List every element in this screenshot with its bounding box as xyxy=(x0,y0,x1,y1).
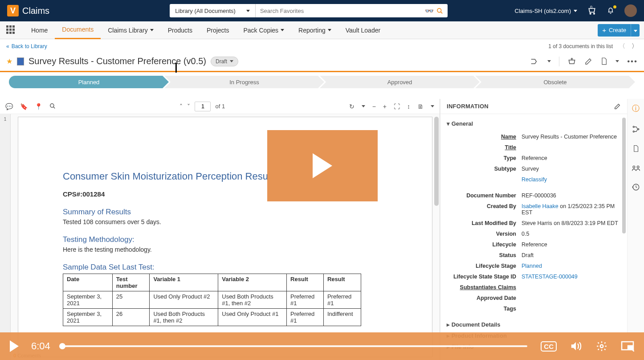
page-mode-icon[interactable]: 🗎 xyxy=(417,103,424,110)
k: Document Number xyxy=(447,192,522,199)
stage-planned[interactable]: Planned xyxy=(9,76,169,88)
stage-label: Obsolete xyxy=(543,79,567,86)
cart-icon[interactable]: 0 xyxy=(587,6,597,15)
data-table: Date Test number Variable 1 Variable 2 R… xyxy=(63,274,361,326)
thumbnail-rail[interactable]: 1 xyxy=(0,114,11,360)
td: Used Only Product #1 xyxy=(218,309,287,326)
page-up-icon[interactable]: ˄ xyxy=(179,103,183,110)
history-icon[interactable] xyxy=(632,183,640,191)
doc-type-icon xyxy=(17,57,24,65)
zoom-out-icon[interactable]: − xyxy=(372,103,376,110)
back-to-library-link[interactable]: « Back to Library xyxy=(6,43,47,49)
status-pill[interactable]: Draft xyxy=(211,57,238,66)
library-selector[interactable]: Library (All Documents) xyxy=(170,4,256,17)
chevron-down-icon xyxy=(574,10,577,12)
nav-reporting[interactable]: Reporting xyxy=(291,21,338,39)
search-container: Library (All Documents) 👓 xyxy=(170,4,448,17)
next-doc-icon[interactable]: 〉 xyxy=(632,42,638,50)
td: September 3, 2021 xyxy=(63,291,113,309)
favorite-star-icon[interactable]: ★ xyxy=(6,57,12,65)
vt-left: 💬 🔖 📍 xyxy=(5,103,56,110)
user-menu[interactable]: Claims-SH (ols2.com) xyxy=(515,8,577,14)
search-input[interactable] xyxy=(256,4,425,17)
edit-info-icon[interactable] xyxy=(614,103,621,110)
nav-pack-copies[interactable]: Pack Copies xyxy=(236,21,291,39)
info-scrollbar[interactable] xyxy=(622,118,626,233)
topbar-right: Claims-SH (ols2.com) 0 xyxy=(515,4,637,17)
chevron-down-icon xyxy=(281,29,284,31)
edit-icon[interactable] xyxy=(584,57,592,65)
bell-icon[interactable] xyxy=(607,6,615,15)
kv-modified: Last Modified BySteve Harris on 8/8/2023… xyxy=(447,218,621,229)
stage-approved[interactable]: Approved xyxy=(320,76,480,88)
video-play-overlay[interactable] xyxy=(267,130,378,201)
binoculars-icon[interactable]: 👓 xyxy=(425,7,434,15)
video-progress-knob[interactable] xyxy=(59,343,65,349)
pip-icon[interactable] xyxy=(621,341,634,352)
stageid-link[interactable]: STATESTAGE-000049 xyxy=(522,274,578,280)
fit-height-icon[interactable]: ↕ xyxy=(407,103,410,110)
search-doc-icon[interactable] xyxy=(49,103,56,110)
td: 25 xyxy=(112,291,150,309)
create-button[interactable]: +Create xyxy=(598,24,631,37)
info-tab-icon[interactable]: ⓘ xyxy=(632,103,640,114)
avatar[interactable] xyxy=(624,4,637,17)
nav-label: Reporting xyxy=(298,27,326,34)
volume-icon[interactable] xyxy=(570,341,583,352)
cc-button[interactable]: CC xyxy=(541,341,557,352)
reclassify-link[interactable]: Reclassify xyxy=(522,176,547,183)
nav-vault-loader[interactable]: Vault Loader xyxy=(338,21,387,39)
video-progress-track[interactable] xyxy=(59,345,528,347)
bookmark-icon[interactable]: 🔖 xyxy=(20,103,28,110)
chevron-down-icon[interactable] xyxy=(547,60,551,62)
workflow-icon[interactable] xyxy=(530,58,539,65)
document-action-icon[interactable] xyxy=(600,57,607,66)
sharing-icon[interactable] xyxy=(632,164,640,172)
more-actions-icon[interactable]: ••• xyxy=(627,57,638,66)
zoom-in-icon[interactable]: + xyxy=(383,103,387,110)
fit-screen-icon[interactable]: ⛶ xyxy=(394,103,400,110)
rotate-icon[interactable]: ↻ xyxy=(349,103,355,110)
page-input[interactable] xyxy=(195,102,211,111)
v xyxy=(522,295,621,301)
nav-home[interactable]: Home xyxy=(24,21,55,39)
svg-rect-15 xyxy=(628,346,632,349)
user-label: Claims-SH (ols2.com) xyxy=(515,8,571,14)
nav-claims-library[interactable]: Claims Library xyxy=(101,21,160,39)
play-button[interactable] xyxy=(10,340,19,352)
settings-gear-icon[interactable] xyxy=(596,340,607,352)
nav-projects[interactable]: Projects xyxy=(200,21,236,39)
chevron-down-icon[interactable] xyxy=(431,105,434,107)
search-icon[interactable] xyxy=(436,8,443,14)
svg-point-12 xyxy=(637,166,639,168)
nav-documents[interactable]: Documents xyxy=(55,21,101,39)
created-by-link[interactable]: Isabelle Haake xyxy=(522,203,558,209)
file-tab-icon[interactable] xyxy=(632,145,639,153)
page-down-icon[interactable]: ˅ xyxy=(187,103,190,110)
nav-products[interactable]: Products xyxy=(161,21,200,39)
prev-doc-icon[interactable]: 〈 xyxy=(619,42,625,50)
v: Reference xyxy=(522,155,621,161)
method-text: Here is the testing methodology. xyxy=(63,246,387,253)
brand-logo[interactable]: V Claims xyxy=(7,5,49,16)
section-general[interactable]: General xyxy=(447,120,621,127)
relations-icon[interactable] xyxy=(632,125,640,133)
stage-link[interactable]: Planned xyxy=(522,263,542,269)
nav-label: Vault Loader xyxy=(346,27,380,34)
th: Variable 1 xyxy=(150,274,218,291)
summary-text: Tested 108 consumers over 5 days. xyxy=(63,218,387,225)
section-document-details[interactable]: Document Details xyxy=(447,321,621,328)
brand-v-icon: V xyxy=(7,5,19,16)
location-icon[interactable]: 📍 xyxy=(35,103,42,110)
chevron-down-icon[interactable] xyxy=(362,105,365,107)
chevron-down-icon[interactable] xyxy=(615,60,619,62)
viewer-scrollbar[interactable] xyxy=(434,117,439,206)
stage-obsolete[interactable]: Obsolete xyxy=(475,76,635,88)
apps-grid-icon[interactable] xyxy=(6,25,16,35)
kv-stageid: Lifecycle State Stage IDSTATESTAGE-00004… xyxy=(447,271,621,282)
create-dropdown[interactable] xyxy=(631,24,640,37)
svg-line-7 xyxy=(53,106,55,108)
stage-in-progress[interactable]: In Progress xyxy=(164,76,324,88)
add-to-cart-icon[interactable] xyxy=(567,57,576,66)
annotate-icon[interactable]: 💬 xyxy=(5,103,13,110)
